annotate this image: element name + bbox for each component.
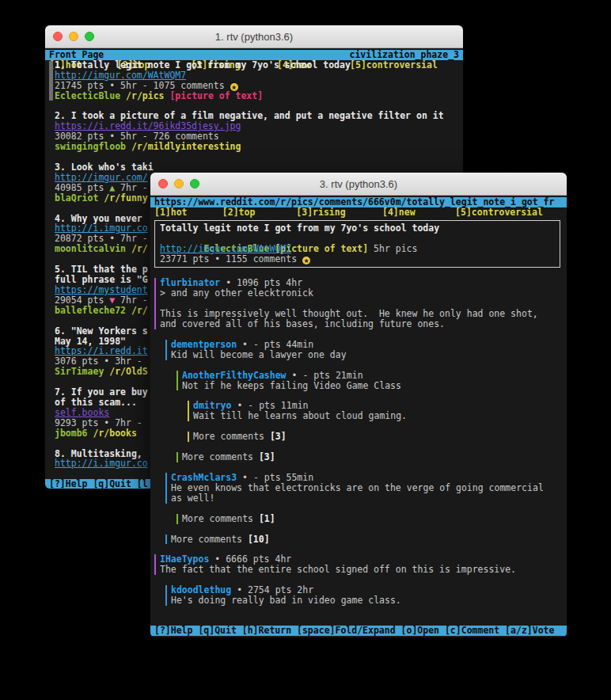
submission-link[interactable]: http://i.imgur.co (55, 223, 148, 234)
submission[interactable]: 1. Totally legit note I got from my 7yo'… (55, 60, 463, 101)
comment[interactable]: IHaeTypos• 6666 pts 4hrThe fact that the… (154, 554, 567, 575)
comment-author[interactable]: kdoodlethug (171, 584, 231, 595)
submission-text: 40985 pts (55, 182, 109, 193)
comment-body-line: Wait till he learns about cloud gaming. (193, 411, 567, 421)
submission-link[interactable]: http://i.imgur.co (55, 458, 148, 469)
comment[interactable]: dementperson• - pts 44minKid will become… (165, 340, 567, 360)
submission-author: SirTimaey (55, 366, 104, 377)
zoom-button[interactable] (190, 179, 199, 188)
comment[interactable]: AnotherFilthyCashew• - pts 21minNot if h… (176, 371, 567, 391)
submission-title: 6. "New Yorkers s (55, 325, 148, 337)
comment-body-line: He's doing really bad in video game clas… (171, 595, 567, 606)
more-comments-count: [1] (259, 513, 275, 524)
window-title: 1. rtv (python3.6) (215, 31, 293, 43)
tab-rising[interactable]: [3]rising (296, 207, 345, 218)
subreddit-label: /r/mildlyinteresting (131, 141, 241, 152)
submission-link[interactable]: http://imgur.com/WAtWQM7 (55, 70, 186, 81)
comment-author[interactable]: dmitryo (193, 400, 231, 411)
title-bar[interactable]: 1. rtv (python3.6) (45, 25, 463, 48)
submission-author: ballefleche72 (55, 305, 126, 316)
submission-author: EclecticBlue (55, 90, 120, 101)
window-title: 3. rtv (python3.6) (320, 178, 397, 190)
submission-title: full phrase is "G (55, 274, 148, 285)
subreddit-label: /r/ (131, 305, 148, 316)
submission-link[interactable]: https://i.redd.it (55, 345, 148, 356)
tab-new[interactable]: [4]new (382, 207, 416, 218)
more-comments[interactable]: More comments [3] (188, 432, 567, 442)
submission-author: moonlitcalvin (55, 243, 126, 254)
post-meta: 5hr pics (374, 243, 417, 254)
close-button[interactable] (158, 179, 168, 188)
comment-body-line: He even knows that electronicks are on t… (171, 483, 567, 493)
logged-in-user: civilization_phaze_3 (350, 50, 459, 60)
subreddit-label: /r/ (131, 243, 148, 254)
tab-top[interactable]: [2]top (222, 207, 256, 218)
submission-title: 4. Why you never (55, 213, 148, 224)
submission-text: 30082 pts • 5hr - 726 comments (55, 131, 219, 142)
more-comments[interactable]: More comments [1] (176, 514, 567, 524)
subreddit-label: /r/pics (126, 90, 164, 101)
submission-title: 2. I took a picture of a film negative, … (55, 110, 444, 121)
more-comments-label: More comments (171, 534, 248, 545)
subreddit-label: /r/books (93, 428, 136, 439)
subreddit-label: /r/OldS (109, 366, 147, 377)
post-link[interactable]: http://imgur.com/WAtWQM7 (160, 243, 291, 254)
submission-link[interactable]: http://imgur.com/ (55, 172, 148, 183)
minimize-button[interactable] (174, 179, 184, 188)
comment-body-line: > and any other elecktronick (160, 288, 567, 299)
submission-text (126, 141, 131, 152)
more-comments-count: [10] (248, 534, 270, 545)
post-card: Totally legit note I got from my 7yo's s… (154, 220, 560, 268)
submission-link[interactable]: https://mystudent (55, 284, 148, 295)
post-title: Totally legit note I got from my 7yo's s… (160, 223, 555, 234)
more-comments-count: [3] (270, 431, 287, 442)
submission-title: 1. Totally legit note I got from my 7yo'… (55, 59, 351, 70)
comment[interactable]: CrashMclars3• - pts 55minHe even knows t… (165, 473, 567, 504)
more-comments-label: More comments (193, 431, 270, 442)
comment[interactable]: dmitryo• - pts 11minWait till he learns … (188, 401, 567, 421)
comment-body-line: The fact that the entire school signed o… (160, 565, 567, 575)
more-comments-count: [3] (259, 451, 275, 462)
more-comments-label: More comments (182, 451, 259, 462)
sort-tabs: [1]hot[2]top[3]rising[4]new[5]controvers… (150, 207, 567, 218)
comment-meta: • - pts 11min (237, 400, 308, 411)
comment[interactable]: flurbinator• 1096 pts 4hr> and any other… (154, 278, 567, 329)
submission-link[interactable]: https://i.redd.it/96ikd35djesy.jpg (55, 120, 241, 131)
comment-author[interactable]: CrashMclars3 (171, 472, 237, 483)
more-comments[interactable]: More comments [10] (165, 535, 567, 545)
comment[interactable]: kdoodlethug• 2754 pts 2hrHe's doing real… (165, 585, 567, 606)
submission-text: [picture of text] (169, 90, 263, 101)
comment-author[interactable]: dementperson (171, 339, 237, 350)
submission-author: blaQriot (55, 192, 98, 204)
submission-text: 20872 pts • 7hr - (55, 233, 154, 244)
submission-link[interactable]: self.books (55, 407, 109, 418)
comment-body-line: and covered all of his bases, including … (160, 319, 567, 329)
tab-controversial[interactable]: [5]controversial (455, 207, 543, 218)
comment-author[interactable]: flurbinator (160, 277, 220, 288)
title-bar[interactable]: 3. rtv (python3.6) (150, 173, 567, 196)
submission-title: 7. If you are buy (55, 386, 148, 398)
submission-text: 29054 pts (55, 295, 109, 306)
submission-text: 7hr - (115, 295, 153, 306)
selection-cursor (49, 61, 53, 101)
submission[interactable]: 2. I took a picture of a film negative, … (55, 111, 463, 152)
tab-hot[interactable]: [1]hot (154, 207, 188, 218)
comment-meta: • 6666 pts 4hr (214, 554, 291, 565)
subreddit-label: /r/funny (104, 192, 147, 204)
status-bar: [?]Help [q]Quit [h]Return [space]Fold/Ex… (150, 626, 567, 636)
submission-text: 21745 pts • 5hr - 1075 comments (55, 80, 230, 91)
terminal-content: https://www.reddit.com/r/pics/comments/6… (150, 196, 567, 637)
submission-title: of this scam... (55, 397, 137, 408)
comment-author[interactable]: IHaeTypos (160, 554, 209, 565)
comment-meta: • - pts 21min (292, 370, 363, 381)
terminal-window-front: 3. rtv (python3.6) https://www.reddit.co… (150, 173, 567, 637)
minimize-button[interactable] (69, 32, 78, 41)
more-comments[interactable]: More comments [3] (176, 452, 567, 462)
submission-text (120, 90, 126, 101)
comment-meta: • - pts 44min (242, 339, 313, 350)
zoom-button[interactable] (85, 32, 94, 41)
submission-author: jbomb6 (55, 428, 88, 439)
submission-title: May 14, 1998" (55, 336, 126, 347)
comment-author[interactable]: AnotherFilthyCashew (182, 370, 287, 381)
close-button[interactable] (53, 32, 63, 41)
